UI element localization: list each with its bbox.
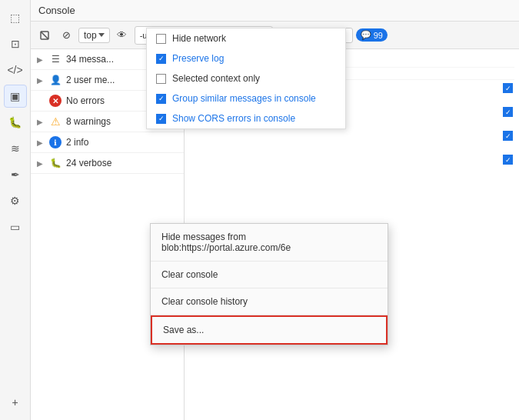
msg-label-verbose: 24 verbose (66, 158, 111, 168)
sidebar-icon-add[interactable]: + (4, 391, 27, 414)
expand-arrow-user: ▶ (37, 76, 45, 85)
page-title: Console (38, 5, 75, 16)
dropdown-item-selected-context[interactable]: Selected context only (147, 68, 345, 88)
sidebar-icon-device[interactable]: ⊡ (4, 32, 27, 55)
expand-arrow-info: ▶ (37, 138, 45, 147)
checkbox-right-1[interactable]: ✓ (503, 83, 513, 93)
checkbox-right-4[interactable]: ✓ (503, 155, 513, 165)
checkbox-right-2[interactable]: ✓ (503, 107, 513, 117)
message-count-badge: 💬 99 (356, 28, 388, 42)
show-cors-label: Show CORS errors in console (172, 113, 295, 124)
message-item-verbose[interactable]: ▶ 🐛 24 verbose (31, 153, 184, 174)
group-similar-label: Group similar messages in console (172, 93, 316, 104)
clear-console-button[interactable] (35, 26, 54, 45)
title-bar: Console (31, 0, 519, 22)
content-area: ▶ ☰ 34 messa... ▶ 👤 2 user me... ✕ No er… (31, 49, 519, 420)
right-checkboxes: ✓ ✓ ✓ ✓ (503, 83, 513, 165)
checkbox-selected-context[interactable] (156, 74, 166, 84)
message-item-info[interactable]: ▶ ℹ 2 info (31, 132, 184, 153)
save-as-label: Save as... (163, 325, 204, 335)
checkbox-preserve-log[interactable]: ✓ (156, 54, 166, 64)
top-dropdown[interactable]: top (78, 28, 110, 43)
checkbox-group-similar[interactable]: ✓ (156, 94, 166, 104)
context-menu-hide-blob[interactable]: Hide messages from blob:https://portal.a… (151, 224, 388, 262)
sidebar-icon-network[interactable]: ≋ (4, 137, 27, 160)
context-menu: Hide messages from blob:https://portal.a… (150, 223, 388, 345)
chat-icon: 💬 (361, 30, 371, 40)
info-icon: ℹ (49, 136, 62, 148)
checkbox-show-cors[interactable]: ✓ (156, 114, 166, 124)
sidebar-icon-inspect[interactable]: ⬚ (4, 6, 27, 29)
sidebar-icon-layers[interactable]: ▭ (4, 215, 27, 238)
context-menu-clear-console[interactable]: Clear console (151, 262, 388, 288)
warning-icon: ⚠ (49, 115, 62, 128)
msg-label-user: 2 user me... (66, 75, 115, 85)
sidebar-icon-bug[interactable]: 🐛 (4, 111, 27, 134)
list-icon: ☰ (49, 53, 62, 65)
top-label: top (84, 30, 97, 41)
checkbox-right-3[interactable]: ✓ (503, 131, 513, 141)
eye-button[interactable]: 👁 (113, 26, 131, 45)
expand-arrow-verbose: ▶ (37, 159, 45, 168)
sidebar-icon-paint[interactable]: ✒ (4, 163, 27, 186)
clear-icon (39, 30, 50, 41)
msg-label-warnings: 8 warnings (66, 116, 111, 127)
sidebar-icon-console[interactable]: ▣ (4, 85, 27, 108)
preserve-log-label: Preserve log (172, 53, 224, 64)
expand-arrow-warnings: ▶ (37, 118, 45, 126)
msg-label-all: 34 messa... (66, 54, 114, 65)
dropdown-item-group-similar[interactable]: ✓ Group similar messages in console (147, 88, 345, 108)
hide-blob-label: Hide messages from blob:https://portal.a… (161, 232, 291, 253)
context-menu-save-as[interactable]: Save as... (151, 315, 388, 345)
levels-dropdown: Hide network ✓ Preserve log Selected con… (146, 49, 346, 129)
top-dropdown-arrow (98, 33, 105, 37)
dropdown-item-preserve-log[interactable]: ✓ Preserve log (147, 49, 345, 68)
msg-label-info: 2 info (66, 137, 88, 148)
clear-history-label: Clear console history (161, 296, 248, 307)
user-icon: 👤 (49, 74, 62, 86)
clear-console-label: Clear console (161, 269, 218, 280)
expand-arrow-all: ▶ (37, 55, 45, 64)
svg-line-1 (41, 32, 48, 39)
selected-context-label: Selected context only (172, 73, 260, 84)
sidebar-icon-settings[interactable]: ⚙ (4, 189, 27, 212)
error-icon: ✕ (49, 95, 62, 107)
sidebar-icon-code[interactable]: </> (4, 58, 27, 82)
context-menu-clear-history[interactable]: Clear console history (151, 288, 388, 315)
verbose-icon: 🐛 (49, 157, 62, 169)
dropdown-item-show-cors[interactable]: ✓ Show CORS errors in console (147, 108, 345, 128)
filter-button[interactable]: ⊘ (57, 26, 75, 45)
message-count: 99 (374, 31, 383, 40)
msg-label-errors: No errors (66, 95, 105, 106)
main-content: Console ⊘ top 👁 -url:https://portal.a ✕ … (31, 0, 519, 420)
devtools-sidebar: ⬚ ⊡ </> ▣ 🐛 ≋ ✒ ⚙ ▭ + (0, 0, 31, 420)
